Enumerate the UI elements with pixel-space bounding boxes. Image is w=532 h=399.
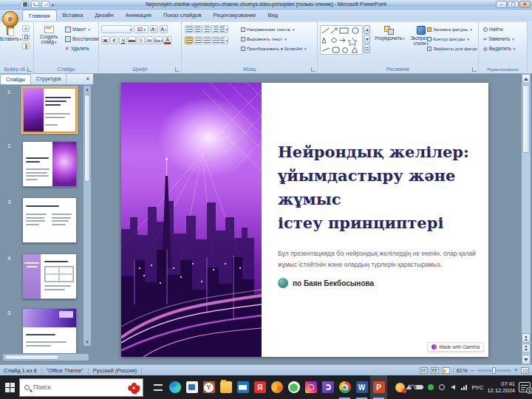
scroll-down-button[interactable] [522,355,531,364]
columns-button[interactable] [220,36,228,44]
italic-button[interactable]: К [110,36,118,44]
tab-slideshow[interactable]: Показ слайдов [157,10,208,21]
fit-to-window-button[interactable] [521,367,529,374]
yandex-button[interactable]: Я [251,375,268,399]
slide-author[interactable]: по Баян Бекбосынова [278,278,374,288]
tray-ring-icon[interactable] [438,383,446,391]
aliexpress-button[interactable] [268,375,285,399]
tray-shield-icon[interactable] [427,383,434,391]
panel-scrollbar-thumb[interactable] [84,95,90,182]
font-size-combo[interactable]: 32 [134,25,149,33]
taskbar-search-input[interactable]: Поиск [19,378,143,397]
slide-thumbnail-3[interactable]: 3 [0,197,83,246]
shape-effects-button[interactable]: Эффекты для фигур [426,44,482,52]
align-left-button[interactable] [185,36,193,44]
font-color-button[interactable]: А [163,36,171,44]
tray-network-icon[interactable] [460,383,468,391]
new-slide-button[interactable]: Создать слайд [35,24,62,46]
cut-button[interactable]: ✕ [22,25,30,32]
tray-cloud-icon[interactable] [416,383,423,391]
tab-review[interactable]: Рецензирование [208,10,262,21]
powerpoint-button[interactable]: P [370,375,387,399]
previous-slide-button[interactable] [522,333,531,343]
next-slide-button[interactable] [522,344,531,353]
tab-animation[interactable]: Анимация [120,10,157,21]
language-indicator[interactable]: Русский (Россия) [93,367,137,374]
slideshow-button[interactable] [442,367,450,374]
panel-scroll-up-icon[interactable]: ▲ [83,86,91,93]
convert-smartart-button[interactable]: Преобразовать в SmartArt [239,44,308,52]
panel-tab-slides[interactable]: Слайды [0,74,31,84]
underline-button[interactable]: Ч [119,36,127,44]
tab-view[interactable]: Вид [262,10,284,21]
store-button[interactable] [183,375,200,399]
decrease-indent-button[interactable] [202,25,211,33]
close-button[interactable]: ✕ [519,1,531,8]
find-button[interactable]: Найти [482,25,516,33]
theme-name[interactable]: "Office Theme" [47,367,83,374]
mail-button[interactable] [234,375,251,399]
minimize-button[interactable]: – [496,1,507,8]
align-right-button[interactable] [202,36,211,44]
scroll-up-button[interactable] [522,74,531,83]
format-painter-button[interactable] [22,43,30,50]
increase-indent-button[interactable] [211,25,219,33]
shrink-font-button[interactable]: A↓ [160,25,168,33]
yandex-browser-button[interactable]: Y [200,375,217,399]
office365-button[interactable] [319,375,336,399]
arrange-button[interactable]: Упорядочить [374,24,405,42]
align-text-button[interactable]: Выровнять текст [239,35,308,43]
slide-thumbnail-4[interactable]: 4 [0,253,83,302]
whatsapp-button[interactable] [285,375,302,399]
editor-scrollbar-thumb[interactable] [522,85,530,153]
drawing-dialog-launcher[interactable] [472,67,477,72]
strikethrough-button[interactable]: abc [128,36,136,44]
zoom-percent[interactable]: 61% [457,367,468,374]
copy-button[interactable] [22,34,30,41]
numbering-button[interactable] [194,25,202,33]
word-button[interactable]: W [353,375,370,399]
panel-scroll-down-icon[interactable]: ▼ [83,338,91,346]
paragraph-dialog-launcher[interactable] [311,67,316,72]
zoom-slider[interactable] [477,369,511,372]
chrome-button[interactable] [336,375,353,399]
tab-design[interactable]: Дизайн [89,10,119,21]
shape-fill-button[interactable]: Заливка фигуры [426,25,482,33]
grow-font-button[interactable]: A↑ [150,25,158,33]
tab-insert[interactable]: Вставка [57,10,89,21]
office-button[interactable] [2,11,18,27]
language-tray-indicator[interactable]: РУС [471,384,483,391]
slide-sorter-button[interactable] [431,367,439,374]
panel-horizontal-scrollbar[interactable] [3,354,89,361]
zoom-out-button[interactable]: – [471,367,474,374]
slide-thumbnail-5[interactable]: 5 [0,308,83,357]
panel-hscroll-thumb[interactable] [4,355,59,360]
normal-view-button[interactable] [420,367,428,374]
panel-tab-outline[interactable]: Структура [31,74,66,84]
hidden-icons-chevron[interactable] [405,383,412,391]
align-center-button[interactable] [194,36,202,44]
change-case-button[interactable]: Аа [154,36,163,44]
tab-home[interactable]: Главная [22,10,57,21]
shapes-scroll-up[interactable] [364,25,370,34]
instagram-button[interactable] [302,375,319,399]
start-button[interactable] [0,375,19,399]
text-direction-button[interactable]: Направление текста [239,25,308,33]
font-family-combo[interactable] [101,25,132,33]
zoom-slider-thumb[interactable] [492,367,496,374]
bullets-button[interactable] [185,25,193,33]
slide-body-text[interactable]: Бұл презентацияда біз нейрондық желілерд… [278,248,483,270]
shapes-gallery-more[interactable] [364,44,370,53]
task-view-button[interactable] [149,375,166,399]
file-explorer-button[interactable] [217,375,234,399]
character-spacing-button[interactable]: AV [146,36,154,44]
select-button[interactable]: ▧Выделить [482,44,516,52]
slide-thumbnail-1[interactable]: 1 [0,87,83,136]
justify-button[interactable] [211,36,219,44]
line-spacing-button[interactable] [220,25,228,33]
slide-thumbnail-2[interactable]: 2 [0,141,83,190]
shapes-scroll-down[interactable] [364,35,370,44]
shape-outline-button[interactable]: Контур фигуры [426,35,482,43]
zoom-in-button[interactable]: + [514,367,518,374]
editor-scrollbar[interactable] [522,74,531,364]
